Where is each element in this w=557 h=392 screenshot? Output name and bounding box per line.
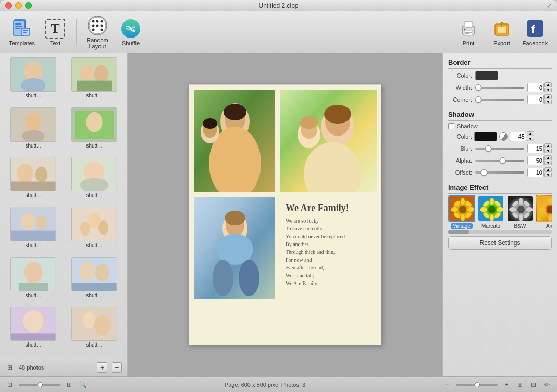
border-corner-slider[interactable] xyxy=(475,99,524,101)
templates-button[interactable]: Templates xyxy=(5,14,39,51)
border-width-up[interactable]: ▲ xyxy=(544,82,552,87)
border-corner-value[interactable]: 0 xyxy=(527,95,544,104)
border-width-slider[interactable] xyxy=(475,87,524,89)
reset-settings-button[interactable]: Reset Settings xyxy=(448,236,552,250)
grid-view-icon[interactable]: ⊞ xyxy=(5,363,15,372)
close-button[interactable] xyxy=(5,2,12,9)
print-button[interactable]: Print xyxy=(452,14,485,51)
shadow-blur-down[interactable]: ▼ xyxy=(544,149,552,153)
list-item[interactable]: shutt... xyxy=(65,107,123,154)
edit-icon[interactable]: ✏ xyxy=(542,380,552,389)
effect-marcato[interactable]: Marcato xyxy=(477,195,504,229)
add-photo-button[interactable]: + xyxy=(97,362,107,373)
templates-icon xyxy=(11,18,32,39)
list-item[interactable]: shutt... xyxy=(4,257,62,304)
shadow-blur-up[interactable]: ▲ xyxy=(544,143,552,148)
random-layout-button[interactable]: Random Layout xyxy=(81,14,114,51)
minimize-button[interactable] xyxy=(15,2,22,9)
thumbnail-label: shutt... xyxy=(25,192,41,198)
zoom-plus-icon[interactable]: + xyxy=(502,380,511,389)
thumbnail-image xyxy=(10,207,56,241)
fullscreen-icon[interactable]: ⊟ xyxy=(529,380,538,389)
view-small-icon[interactable]: ⊡ xyxy=(5,380,15,389)
maximize-button[interactable] xyxy=(25,2,32,9)
shadow-offset-value[interactable]: 10 xyxy=(527,168,544,177)
zoom-thumb xyxy=(38,382,43,387)
shadow-offset-slider[interactable] xyxy=(475,172,524,174)
shadow-divider xyxy=(448,120,552,121)
svg-point-74 xyxy=(224,104,246,120)
border-color-swatch[interactable] xyxy=(475,71,498,80)
thumbnail-image xyxy=(10,57,56,92)
photo-slot-3[interactable] xyxy=(194,197,275,299)
shadow-checkbox[interactable] xyxy=(448,123,454,129)
list-item[interactable]: shutt... xyxy=(65,307,123,353)
photo-slot-1[interactable] xyxy=(194,90,275,192)
shadow-blur-input: 15 ▲ ▼ xyxy=(527,143,552,153)
view-large-icon[interactable]: ⊞ xyxy=(65,380,74,389)
shadow-offset-up[interactable]: ▲ xyxy=(544,167,552,172)
shadow-offset-down[interactable]: ▼ xyxy=(544,173,552,177)
border-corner-slider-container xyxy=(475,99,524,101)
zoom-minus-icon[interactable]: − xyxy=(442,380,452,389)
shadow-opacity-value[interactable]: 45 xyxy=(510,132,526,141)
svg-point-24 xyxy=(464,28,466,30)
list-item[interactable]: shutt... xyxy=(65,257,123,304)
photos-count: 48 photos xyxy=(19,364,93,371)
list-item[interactable]: shutt... xyxy=(4,57,62,104)
shadow-offset-slider-container xyxy=(475,172,524,174)
border-corner-stepper: ▲ ▼ xyxy=(544,94,552,104)
shadow-opacity-up[interactable]: ▲ xyxy=(527,131,534,136)
effect-vintage[interactable]: Vintage xyxy=(448,195,475,229)
export-button[interactable]: Export xyxy=(485,14,518,51)
list-item[interactable]: shutt... xyxy=(65,207,123,254)
photo-slot-2[interactable] xyxy=(280,90,377,192)
facebook-button[interactable]: f Facebook xyxy=(518,14,552,51)
svg-point-109 xyxy=(490,214,494,222)
zoom-out-icon[interactable]: 🔍 xyxy=(78,380,88,389)
shadow-title: Shadow xyxy=(448,111,552,118)
list-item[interactable]: shutt... xyxy=(4,307,62,353)
svg-point-59 xyxy=(24,261,42,284)
thumbnail-image xyxy=(10,307,56,341)
border-section: Border Color: Width: 0 xyxy=(448,58,552,106)
shadow-blur-slider[interactable] xyxy=(475,148,524,150)
shadow-alpha-up[interactable]: ▲ xyxy=(544,155,552,160)
shadow-color-swatch[interactable] xyxy=(474,132,497,141)
text-button[interactable]: T Text xyxy=(39,14,72,51)
shadow-opacity-circle[interactable] xyxy=(499,132,508,141)
border-width-down[interactable]: ▼ xyxy=(544,88,552,92)
shadow-blur-value[interactable]: 15 xyxy=(527,144,544,153)
list-item[interactable]: shutt... xyxy=(65,157,123,204)
shadow-alpha-down[interactable]: ▼ xyxy=(544,161,552,165)
zoom-track-right[interactable] xyxy=(456,384,498,386)
effect-an[interactable]: An xyxy=(536,195,552,229)
effects-scrollbar-thumb xyxy=(448,230,469,234)
border-width-row: Width: 0 ▲ ▼ xyxy=(448,82,552,92)
svg-point-44 xyxy=(17,164,33,184)
border-width-value[interactable]: 0 xyxy=(527,83,544,92)
canvas-area[interactable]: We Are Family! We are so lucky To have e… xyxy=(189,84,381,345)
svg-rect-46 xyxy=(11,182,55,191)
effect-bw[interactable]: B&W xyxy=(506,195,534,229)
grid-layout-icon[interactable]: ⊞ xyxy=(515,380,525,389)
border-corner-up[interactable]: ▲ xyxy=(544,94,552,99)
shadow-opacity-down[interactable]: ▼ xyxy=(527,137,534,141)
remove-photo-button[interactable]: − xyxy=(112,362,122,373)
border-divider xyxy=(448,68,552,69)
expand-icon[interactable]: ⤢ xyxy=(547,2,552,9)
border-corner-down[interactable]: ▼ xyxy=(544,100,552,104)
shadow-color-label: Color: xyxy=(448,133,472,140)
list-item[interactable]: shutt... xyxy=(4,157,62,204)
zoom-slider-left xyxy=(19,384,60,386)
shuffle-button[interactable]: Shuffle xyxy=(114,14,147,51)
svg-point-82 xyxy=(324,105,351,124)
list-item[interactable]: shutt... xyxy=(4,207,62,254)
zoom-track[interactable] xyxy=(19,384,60,386)
list-item[interactable]: shutt... xyxy=(65,57,123,104)
shadow-alpha-value[interactable]: 50 xyxy=(527,156,544,165)
effects-scrollbar[interactable] xyxy=(448,230,552,234)
svg-rect-4 xyxy=(15,28,20,29)
list-item[interactable]: shutt... xyxy=(4,107,62,154)
shadow-alpha-slider[interactable] xyxy=(475,160,524,162)
